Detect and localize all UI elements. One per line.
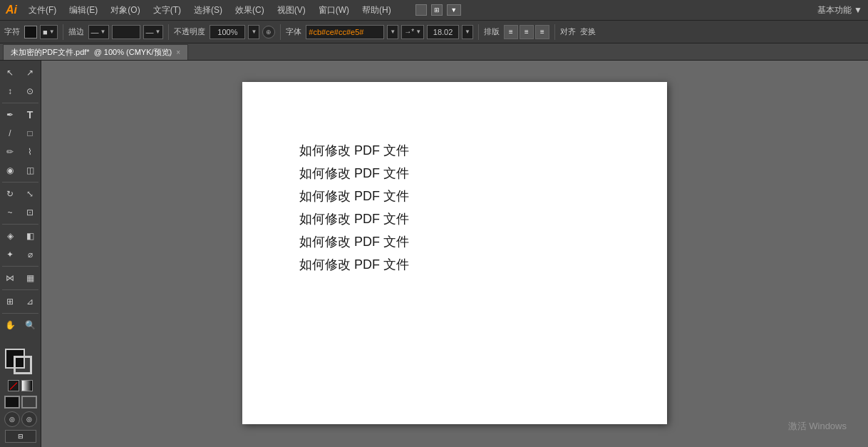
tab-zoom: @ 100% (CMYK/预览) xyxy=(94,47,172,58)
stroke-style-dropdown[interactable]: — ▼ xyxy=(143,25,164,39)
toolbar-sep-4 xyxy=(478,24,479,40)
screen-mode-button[interactable] xyxy=(21,396,37,409)
menu-edit[interactable]: 编辑(E) xyxy=(66,3,100,18)
toggle-button-2[interactable]: ◎ xyxy=(21,411,37,427)
tab-close-button[interactable]: × xyxy=(176,48,180,56)
warp-icon: ~ xyxy=(7,208,12,217)
font-size-dropdown[interactable]: ▼ xyxy=(462,25,473,39)
stroke-swatch[interactable] xyxy=(14,356,32,374)
pen-tool-button[interactable]: ✒ xyxy=(0,106,20,124)
line-tool-button[interactable]: / xyxy=(0,124,20,143)
font-size-input[interactable] xyxy=(427,25,459,39)
menu-text[interactable]: 文字(T) xyxy=(150,3,184,18)
window-dropdown-icon[interactable]: ▼ xyxy=(447,4,461,16)
eyedropper-tool-button[interactable]: ✦ xyxy=(0,245,20,264)
measure-tool-button[interactable]: ⌀ xyxy=(20,245,40,264)
opacity-arrow-icon: ▼ xyxy=(251,29,257,35)
left-toolbar: ↖ ↗ ↕ ⊙ ✒ T / □ ✏ ⌇ ◉ ◫ ↻ ⤡ ~ xyxy=(0,61,41,447)
tool-row-shape: ◈ ◧ xyxy=(0,227,41,245)
lasso-tool-button[interactable]: ⊙ xyxy=(20,82,40,101)
toolbar-opacity-label: 不透明度 xyxy=(174,26,205,37)
align-center-icon[interactable]: ≡ xyxy=(520,25,534,39)
hand-tool-button[interactable]: ✋ xyxy=(0,316,20,334)
tool-row-pencil: ✏ ⌇ xyxy=(0,143,41,161)
tool-row-artboard: ⊞ ⊿ xyxy=(0,292,41,311)
font-name-input[interactable] xyxy=(306,25,384,39)
toolbar-pāijí-label: 排版 xyxy=(484,26,500,37)
scale-tool-button[interactable]: ⤡ xyxy=(20,185,40,203)
align-right-icon[interactable]: ≡ xyxy=(535,25,549,39)
toolbar-zifú-label: 字符 xyxy=(4,26,20,37)
menu-view[interactable]: 视图(V) xyxy=(274,3,309,18)
stroke-arrow-icon: ▼ xyxy=(100,29,106,35)
free-transform-tool-button[interactable]: ⊡ xyxy=(20,203,40,222)
lasso-icon: ⊙ xyxy=(26,87,33,96)
measure-icon: ⌀ xyxy=(28,250,33,259)
chart-tool-button[interactable]: ▦ xyxy=(20,269,40,287)
window-grid-icon: ⊞ xyxy=(431,4,443,16)
stroke-dropdown[interactable]: — ▼ xyxy=(88,25,109,39)
text-tool-button[interactable]: T xyxy=(20,106,40,124)
tool-row-transform: ↕ ⊙ xyxy=(0,82,41,101)
pdf-line-5: 如何修改 PDF 文件 xyxy=(299,230,409,253)
line-icon: / xyxy=(9,129,11,138)
font-size-arrow-icon: ▼ xyxy=(465,29,470,35)
brush-tool-button[interactable]: ⌇ xyxy=(20,143,40,161)
warp-tool-button[interactable]: ~ xyxy=(0,203,20,222)
font-style-dropdown[interactable]: →* ▼ xyxy=(401,25,424,39)
fill-color-swatch[interactable] xyxy=(24,26,37,38)
toggle-button-1[interactable]: ◎ xyxy=(4,411,20,427)
direct-select-tool-button[interactable]: ↗ xyxy=(20,63,40,82)
workspace-label[interactable]: 基本功能 ▼ xyxy=(817,4,862,16)
menu-select[interactable]: 选择(S) xyxy=(191,3,225,18)
menu-help[interactable]: 帮助(H) xyxy=(359,3,394,18)
toolbar-miaobiān-label: 描边 xyxy=(68,26,84,37)
menu-effect[interactable]: 效果(C) xyxy=(232,3,267,18)
canvas-area: 如何修改 PDF 文件 如何修改 PDF 文件 如何修改 PDF 文件 如何修改… xyxy=(41,61,868,447)
artboard-icon: ⊞ xyxy=(6,297,14,306)
zoom-tool-button[interactable]: 🔍 xyxy=(20,316,40,334)
rect-tool-button[interactable]: □ xyxy=(20,124,40,143)
transform-tool-button[interactable]: ↕ xyxy=(0,82,20,101)
fill-type-dropdown[interactable]: ■ ▼ xyxy=(40,25,58,39)
blob-tool-button[interactable]: ◉ xyxy=(0,161,20,180)
slice-icon: ⊿ xyxy=(26,297,33,306)
gradient-tool-button[interactable]: ◧ xyxy=(20,227,40,245)
font-arrow-icon: ▼ xyxy=(390,29,396,35)
rotate-tool-button[interactable]: ↻ xyxy=(0,185,20,203)
hand-icon: ✋ xyxy=(5,321,16,329)
globe-icon[interactable]: ⊕ xyxy=(262,26,275,38)
document-tab[interactable]: 未加密的PDF文件.pdf* @ 100% (CMYK/预览) × xyxy=(3,44,188,60)
font-dropdown[interactable]: ▼ xyxy=(387,25,398,39)
view-mode-button[interactable]: ⊟ xyxy=(5,430,36,443)
toolbar-duiqi-label: 对齐 xyxy=(560,26,576,37)
tool-sep-3 xyxy=(2,224,38,225)
menu-window[interactable]: 窗口(W) xyxy=(316,3,352,18)
eraser-tool-button[interactable]: ◫ xyxy=(20,161,40,180)
stroke-width-input[interactable] xyxy=(112,25,140,39)
slice-tool-button[interactable]: ⊿ xyxy=(20,292,40,311)
rect-icon: □ xyxy=(27,129,32,138)
pdf-line-1: 如何修改 PDF 文件 xyxy=(299,139,409,162)
main-area: ↖ ↗ ↕ ⊙ ✒ T / □ ✏ ⌇ ◉ ◫ ↻ ⤡ ~ xyxy=(0,61,868,447)
brush-icon: ⌇ xyxy=(28,148,32,156)
align-left-icon[interactable]: ≡ xyxy=(504,25,518,39)
eyedropper-icon: ✦ xyxy=(6,250,14,259)
opacity-input[interactable] xyxy=(210,25,245,39)
free-transform-icon: ⊡ xyxy=(26,208,33,217)
menu-object[interactable]: 对象(O) xyxy=(108,3,143,18)
tab-bar: 未加密的PDF文件.pdf* @ 100% (CMYK/预览) × xyxy=(0,43,868,61)
menu-file[interactable]: 文件(F) xyxy=(26,3,59,18)
blend-tool-button[interactable]: ⋈ xyxy=(0,269,20,287)
shape-build-tool-button[interactable]: ◈ xyxy=(0,227,20,245)
pencil-tool-button[interactable]: ✏ xyxy=(0,143,20,161)
opacity-dropdown[interactable]: ▼ xyxy=(248,25,259,39)
gradient-swatch[interactable] xyxy=(21,380,33,391)
artboard-tool-button[interactable]: ⊞ xyxy=(0,292,20,311)
zoom-icon: 🔍 xyxy=(25,321,36,329)
fill-icon: ■ xyxy=(43,28,48,36)
select-tool-button[interactable]: ↖ xyxy=(0,63,20,82)
pdf-line-6: 如何修改 PDF 文件 xyxy=(299,253,409,276)
normal-mode-button[interactable] xyxy=(4,396,20,409)
none-swatch[interactable] xyxy=(8,380,19,391)
